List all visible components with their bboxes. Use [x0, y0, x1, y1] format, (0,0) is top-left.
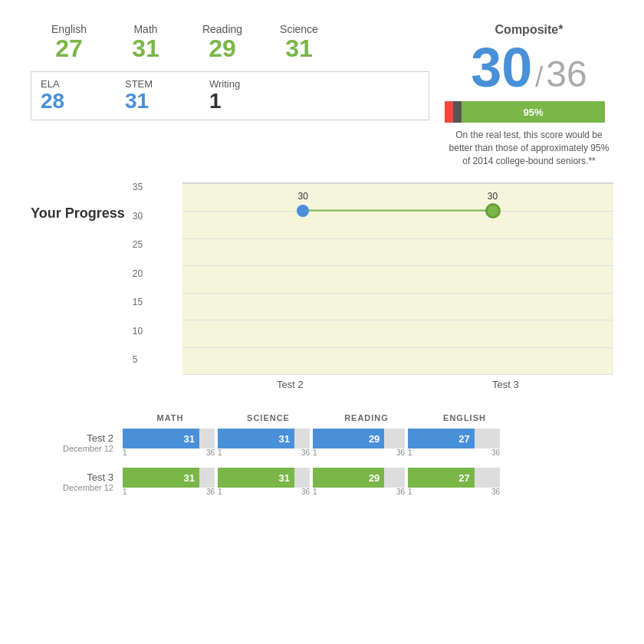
- top-section: English 27 Math 31 Reading 29 Science 31: [31, 23, 613, 167]
- test3-reading-bar: 29 1 36: [313, 468, 405, 496]
- progress-bar-red: [445, 101, 453, 123]
- grid-line-0: [182, 374, 613, 375]
- subject-english: English 27: [31, 23, 107, 62]
- x-test2: Test 2: [277, 379, 304, 390]
- y-axis: 35 30 25 20 15 10 5: [133, 182, 156, 367]
- test2-math-scale: 1 36: [123, 449, 215, 457]
- scale-min: 1: [123, 449, 127, 457]
- science-value: 31: [261, 35, 337, 62]
- composite-score: 30: [471, 40, 532, 95]
- reading-value: 29: [184, 35, 261, 62]
- chart-wrapper: 35 30 25 20 15 10 5: [133, 182, 613, 390]
- test2-reading-fill: 29: [313, 429, 384, 449]
- test2-reading-track: 29: [313, 429, 405, 449]
- data-point-test3: [485, 203, 501, 219]
- scale-max: 36: [491, 449, 500, 457]
- composite-progress-bar: 95%: [445, 101, 613, 123]
- composite-box: Composite* 30 / 36 95% On the real test,…: [429, 23, 613, 167]
- y-35: 35: [133, 182, 156, 192]
- stem-label: STEM: [125, 78, 209, 90]
- math-label: Math: [107, 23, 184, 35]
- progress-bar-bg: 95%: [445, 101, 613, 123]
- test3-science-track: 31: [218, 468, 310, 488]
- bar-row-test3: Test 3 December 12 31 1 36 31: [31, 468, 613, 496]
- chart-svg: [182, 183, 613, 374]
- chart-area: 35 30 25 20 15 10 5: [133, 182, 613, 390]
- test3-label: Test 3 December 12: [31, 472, 123, 492]
- test2-english-bar: 27 1 36: [408, 429, 500, 457]
- composite-slash: /: [535, 61, 543, 94]
- test3-science-bar: 31 1 36: [218, 468, 310, 496]
- scale-max: 36: [301, 449, 310, 457]
- test3-science-fill: 31: [218, 468, 294, 488]
- scale-max: 36: [206, 488, 215, 496]
- scale-min: 1: [218, 449, 222, 457]
- progress-percent: 95%: [523, 107, 543, 118]
- scale-max: 36: [301, 488, 310, 496]
- test2-english-scale: 1 36: [408, 449, 500, 457]
- test2-math-bar: 31 1 36: [123, 429, 215, 457]
- scale-min: 1: [313, 449, 317, 457]
- sub-stem: STEM 31: [125, 78, 209, 113]
- test3-bars: 31 1 36 31 1 36: [123, 468, 500, 496]
- test2-english-track: 27: [408, 429, 500, 449]
- scale-max: 36: [206, 449, 215, 457]
- progress-title: Your Progress: [31, 205, 125, 222]
- test2-reading-bar: 29 1 36: [313, 429, 405, 457]
- y-15: 15: [133, 297, 156, 307]
- y-5: 5: [133, 355, 156, 364]
- scale-min: 1: [408, 449, 412, 457]
- sub-scores-box: ELA 28 STEM 31 Writing 1: [31, 71, 429, 120]
- test2-science-bar: 31 1 36: [218, 429, 310, 457]
- test3-reading-track: 29: [313, 468, 405, 488]
- test2-science-track: 31: [218, 429, 310, 449]
- test3-name: Test 3: [31, 472, 113, 483]
- test2-label: Test 2 December 12: [31, 432, 123, 453]
- english-label: English: [31, 23, 107, 35]
- scale-max: 36: [396, 488, 405, 496]
- x-test3: Test 3: [492, 379, 519, 390]
- progress-section: Your Progress 35 30 25 20 15 10 5: [31, 182, 613, 390]
- y-20: 20: [133, 269, 156, 278]
- x-axis: Test 2 Test 3: [182, 374, 613, 390]
- subject-reading: Reading 29: [184, 23, 261, 62]
- test3-science-scale: 1 36: [218, 488, 310, 496]
- test2-bars: 31 1 36 31 1 36: [123, 429, 500, 457]
- test2-english-fill: 27: [408, 429, 475, 449]
- bar-header-math: MATH: [123, 413, 218, 422]
- science-label: Science: [261, 23, 337, 35]
- bar-row-test2: Test 2 December 12 31 1 36 31: [31, 429, 613, 457]
- composite-desc: On the real test, this score would be be…: [445, 129, 613, 167]
- ela-label: ELA: [41, 78, 125, 90]
- bar-col-headers: MATH SCIENCE READING ENGLISH: [123, 413, 613, 422]
- test2-date: December 12: [31, 444, 113, 453]
- scale-min: 1: [218, 488, 222, 496]
- writing-value: 1: [209, 90, 294, 113]
- y-10: 10: [133, 327, 156, 336]
- bar-header-reading: READING: [319, 413, 414, 422]
- test3-english-scale: 1 36: [408, 488, 500, 496]
- test3-english-bar: 27 1 36: [408, 468, 500, 496]
- test3-math-track: 31: [123, 468, 215, 488]
- test2-science-scale: 1 36: [218, 449, 310, 457]
- math-value: 31: [107, 35, 184, 62]
- writing-label: Writing: [209, 78, 294, 90]
- test3-math-fill: 31: [123, 468, 199, 488]
- scores-left: English 27 Math 31 Reading 29 Science 31: [31, 23, 429, 120]
- composite-max: 36: [546, 53, 586, 95]
- scale-min: 1: [123, 488, 127, 496]
- y-25: 25: [133, 240, 156, 249]
- ela-value: 28: [41, 90, 125, 113]
- test3-math-bar: 31 1 36: [123, 468, 215, 496]
- sub-writing: Writing 1: [209, 78, 294, 113]
- bar-section: MATH SCIENCE READING ENGLISH Test 2 Dece…: [31, 413, 613, 496]
- sub-ela: ELA 28: [41, 78, 125, 113]
- subject-science: Science 31: [261, 23, 337, 62]
- reading-label: Reading: [184, 23, 261, 35]
- test2-math-track: 31: [123, 429, 215, 449]
- stem-value: 31: [125, 90, 209, 113]
- test3-english-track: 27: [408, 468, 500, 488]
- composite-score-row: 30 / 36: [445, 40, 613, 95]
- bar-header-science: SCIENCE: [221, 413, 316, 422]
- test3-reading-fill: 29: [313, 468, 384, 488]
